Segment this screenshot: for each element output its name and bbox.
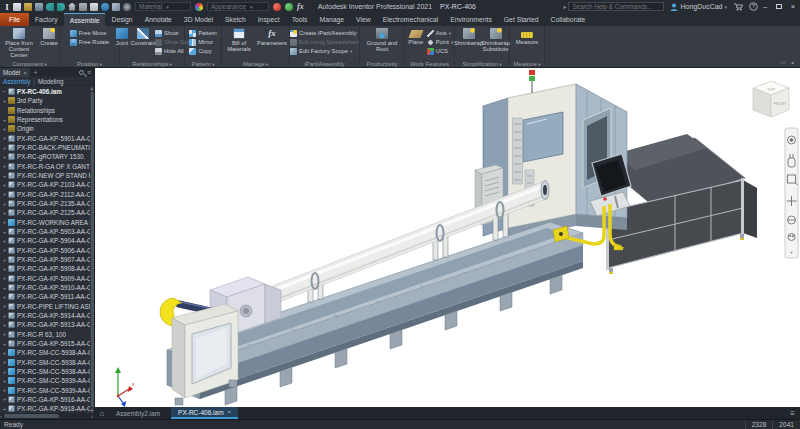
- add-panel-button[interactable]: +: [34, 69, 38, 76]
- tree-item[interactable]: + PX-RC-SM-CC-5939-AA-COLOUR: [0, 376, 94, 385]
- expander[interactable]: +: [2, 369, 7, 375]
- panel-label[interactable]: Simplification: [455, 61, 509, 67]
- model-panel-tab[interactable]: Model×: [0, 68, 30, 77]
- expander[interactable]: +: [2, 126, 7, 132]
- tab-list-icon[interactable]: ≡: [790, 409, 800, 418]
- expander[interactable]: +: [2, 163, 7, 169]
- navigation-bar[interactable]: ▾: [785, 128, 798, 258]
- expander[interactable]: +: [2, 294, 7, 300]
- expander[interactable]: +: [2, 173, 7, 179]
- free-move-button[interactable]: Free Move: [70, 29, 110, 37]
- tree-item[interactable]: + PX-RC-GA-KP-5910-AA-COLOURI: [0, 283, 94, 292]
- expander[interactable]: +: [2, 331, 7, 337]
- free-rotate-button[interactable]: Free Rotate: [70, 38, 110, 46]
- viewcube[interactable]: TOP FRONT: [753, 81, 789, 117]
- shrinkwrap-button[interactable]: Shrinkwrap: [456, 28, 482, 46]
- tree-item[interactable]: + PX-RC-GA-KP-5913-AA-COLOURI: [0, 320, 94, 329]
- cart-icon[interactable]: [733, 3, 743, 11]
- expander[interactable]: +: [2, 182, 7, 188]
- create-ipart-button[interactable]: Create iPart/Assembly: [290, 29, 357, 37]
- expander[interactable]: +: [2, 238, 7, 244]
- print-icon[interactable]: [79, 3, 87, 11]
- tree-item[interactable]: + PX-RC-GA-KP-5906-AA-COLOURI: [0, 246, 94, 255]
- tree-item[interactable]: + Representations: [0, 115, 94, 124]
- document-tab[interactable]: Assembly2.iam: [109, 407, 171, 419]
- color-wheel-icon[interactable]: [195, 3, 203, 11]
- tree-item[interactable]: + PX-RC-GA-KP-5916-AA-COLOUR: [0, 395, 94, 404]
- ribbon-tab[interactable]: Collaborate: [545, 13, 592, 26]
- sheet-icon[interactable]: [90, 3, 98, 11]
- panel-label[interactable]: Relationships: [120, 61, 184, 67]
- ribbon-tab[interactable]: Electromechanical: [377, 13, 445, 26]
- expander[interactable]: +: [2, 210, 7, 216]
- expander[interactable]: +: [2, 266, 7, 272]
- tree-item[interactable]: + PX-RC-GA-KP-5908-AA-COLOURI: [0, 264, 94, 273]
- tree-item[interactable]: + PX-RC-GA-KP-5903-AA-COLOURI: [0, 227, 94, 236]
- help-icon[interactable]: ?: [749, 2, 758, 11]
- ribbon-tab[interactable]: Manage: [314, 13, 351, 26]
- expander[interactable]: +: [2, 229, 7, 235]
- save-icon[interactable]: [35, 3, 43, 11]
- bill-of-materials-button[interactable]: Bill of Materials: [223, 28, 255, 52]
- tree-item[interactable]: + PX-RC-SM-CC-5938-AA-COLOUR: [0, 348, 94, 357]
- inventor-logo-icon[interactable]: I: [4, 2, 10, 12]
- tab-assembly[interactable]: Assembly: [3, 78, 30, 85]
- ribbon-tab[interactable]: Factory: [29, 13, 64, 26]
- shrinkwrap-substitute-button[interactable]: Shrinkwrap Substitute: [483, 28, 509, 52]
- expander[interactable]: +: [2, 303, 7, 309]
- tree-item[interactable]: + PX-RC-GA-KP-5901-AA-COLOURI: [0, 134, 94, 143]
- tree-root-item[interactable]: − PX-RC-406.iam: [0, 87, 94, 96]
- ribbon-tab[interactable]: Design: [105, 13, 138, 26]
- ground-and-root-button[interactable]: Ground and Root: [365, 28, 399, 52]
- scroll-up-icon[interactable]: ▲: [90, 86, 94, 91]
- panel-label[interactable]: Work Features: [405, 61, 454, 67]
- account-menu[interactable]: HongDucCad ▾: [670, 3, 727, 11]
- ribbon-tab[interactable]: Get Started: [498, 13, 545, 26]
- appearance-swatch2-icon[interactable]: [285, 3, 293, 11]
- panel-label[interactable]: Productivity: [360, 61, 404, 67]
- search-icon[interactable]: [79, 70, 84, 75]
- ribbon-tab[interactable]: Annotate: [139, 13, 178, 26]
- redo-icon[interactable]: [57, 3, 65, 11]
- tree-item[interactable]: + PX-RC-gROTARY 1530.: [0, 152, 94, 161]
- expander[interactable]: +: [2, 313, 7, 319]
- panel-label[interactable]: Position: [60, 61, 119, 67]
- tree-vertical-scrollbar[interactable]: ▲ ▼: [90, 86, 94, 413]
- ribbon-tab[interactable]: Environments: [444, 13, 498, 26]
- tab-modeling[interactable]: Modeling: [38, 78, 64, 85]
- expander[interactable]: +: [2, 247, 7, 253]
- tree-item[interactable]: + PX-RC-GA-KP-5918-AA-COLOUR: [0, 404, 94, 413]
- measure-button[interactable]: Measure: [514, 28, 540, 45]
- panel-label[interactable]: Component: [0, 61, 59, 67]
- tree-item[interactable]: + PX-RC-GA-KP-5907-AA-COLOURI: [0, 255, 94, 264]
- tree-item[interactable]: + PX-RC-GA-KP-5904-AA-COLOURI: [0, 236, 94, 245]
- expander[interactable]: +: [2, 154, 7, 160]
- tree-item[interactable]: + PX-RC-R 63, 100: [0, 330, 94, 339]
- expander[interactable]: +: [2, 98, 7, 104]
- tree-item[interactable]: + PX-RC-GA-KP-2112-AA-COLOURI: [0, 190, 94, 199]
- tree-item[interactable]: + PX-RC-WORKING AREA L6-COLOU: [0, 218, 94, 227]
- expander[interactable]: +: [2, 219, 7, 225]
- joint-button[interactable]: Joint: [113, 28, 131, 46]
- undo-icon[interactable]: [46, 3, 54, 11]
- home-icon[interactable]: [68, 3, 76, 11]
- mirror-button[interactable]: Mirror: [189, 38, 217, 46]
- point-button[interactable]: Point▾: [427, 38, 453, 46]
- home-icon[interactable]: ⌂: [95, 407, 109, 419]
- expander[interactable]: +: [2, 191, 7, 197]
- document-tab[interactable]: PX-RC-406.iam ×: [171, 407, 238, 419]
- panel-label[interactable]: Pattern: [185, 61, 221, 67]
- scroll-down-icon[interactable]: ▼: [90, 408, 94, 413]
- tree-item[interactable]: + PX-RC-GA-KP-5915-AA-COLOUR: [0, 339, 94, 348]
- expander[interactable]: +: [2, 350, 7, 356]
- update-icon[interactable]: [101, 3, 109, 11]
- material-dropdown[interactable]: Material▾: [135, 2, 191, 11]
- search-expand-icon[interactable]: ▸: [563, 3, 566, 10]
- component-box-icon[interactable]: [112, 3, 120, 11]
- tree-item[interactable]: + PX-RC-GA-KP-5911-AA-COLOURI: [0, 292, 94, 301]
- ribbon-tab[interactable]: Assemble: [64, 13, 106, 26]
- ribbon-tab[interactable]: Tools: [286, 13, 314, 26]
- create-component-button[interactable]: Create: [39, 28, 59, 46]
- expander[interactable]: +: [2, 341, 7, 347]
- tree-item[interactable]: + PX-RC-BACK-PNEUMATIC CHUCK: [0, 143, 94, 152]
